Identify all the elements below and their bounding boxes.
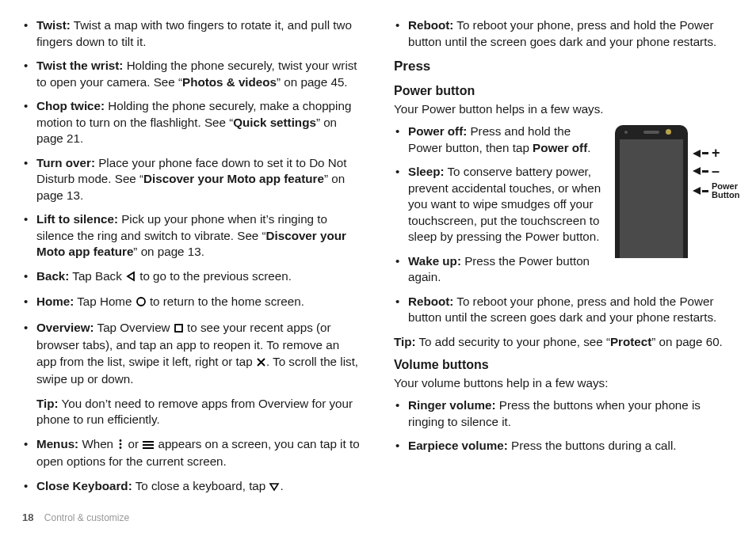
hamburger-icon [142, 438, 155, 454]
term: Home: [36, 295, 74, 308]
close-icon [256, 355, 266, 372]
label-volume-up: + [693, 146, 739, 161]
item-ringer-volume: Ringer volume: Press the buttons when yo… [394, 397, 734, 430]
heading-press: Press [394, 58, 734, 76]
power-list: Power off: Press and hold the Power butt… [394, 124, 624, 286]
left-list-2: Menus: When or appears on a screen, you … [22, 436, 362, 496]
term: Earpiece volume: [408, 439, 508, 452]
item-back: Back: Tap Back to go to the previous scr… [22, 268, 362, 287]
term: Sleep: [408, 165, 445, 178]
item-twist-wrist: Twist the wrist: Holding the phone secur… [22, 58, 362, 90]
term: Reboot: [408, 18, 453, 32]
more-vert-icon [116, 438, 124, 454]
tip-text: You don’t need to remove apps from Overv… [36, 397, 353, 427]
text: To reboot your phone, press and hold the… [408, 18, 716, 48]
phone-labels: + – PowerButton [693, 146, 739, 203]
keyboard-down-icon [269, 480, 280, 496]
svg-point-4 [120, 447, 122, 449]
text: to return to the home screen. [147, 295, 304, 308]
item-power-off: Power off: Press and hold the Power butt… [394, 124, 624, 156]
term: Wake up: [408, 254, 461, 268]
item-turn-over: Turn over: Place your phone face down to… [22, 155, 362, 204]
text: To close a keyboard, tap [132, 479, 269, 492]
text: Press the buttons during a call. [508, 439, 677, 452]
left-column: Twist: Twist a map with two fingers to r… [22, 17, 362, 504]
overview-icon [174, 321, 184, 338]
tip-label: Tip: [394, 335, 416, 348]
term: Reboot: [408, 295, 453, 308]
item-overview: Overview: Tap Overview to see your recen… [22, 320, 362, 388]
term: Twist: [36, 18, 71, 32]
term: Lift to silence: [36, 212, 118, 226]
heading-power-button: Power button [394, 82, 734, 100]
overview-tip: Tip: You don’t need to remove apps from … [22, 396, 362, 428]
back-icon [125, 270, 136, 287]
volume-list: Ringer volume: Press the buttons when yo… [394, 397, 734, 454]
item-earpiece-volume: Earpiece volume: Press the buttons durin… [394, 438, 734, 454]
text: to go to the previous screen. [136, 269, 292, 283]
item-lift-silence: Lift to silence: Pick up your phone when… [22, 211, 362, 260]
text: Tap Home [74, 295, 135, 308]
text: To add security to your phone, see “ [416, 335, 610, 348]
home-icon [136, 295, 147, 312]
page-footer: 18 Control & customize [22, 511, 129, 525]
text: Tap Back [69, 269, 125, 283]
item-twist: Twist: Twist a map with two fingers to r… [22, 17, 362, 50]
text: Tap Overview [94, 321, 174, 334]
phone-figure: + – PowerButton [615, 125, 734, 258]
term: Overview: [36, 321, 94, 334]
text: ” on page 45. [277, 75, 348, 89]
left-list: Twist: Twist a map with two fingers to r… [22, 17, 362, 388]
right-column: Reboot: To reboot your phone, press and … [394, 17, 734, 504]
item-wake-up: Wake up: Press the Power button again. [394, 253, 624, 286]
svg-point-0 [137, 298, 145, 306]
term: Close Keyboard: [36, 479, 132, 492]
volume-lead: Your volume buttons help in a few ways: [394, 375, 734, 392]
item-chop-twice: Chop twice: Holding the phone securely, … [22, 98, 362, 147]
item-home: Home: Tap Home to return to the home scr… [22, 294, 362, 312]
page-number: 18 [22, 511, 33, 523]
text: To reboot your phone, press and hold the… [408, 295, 716, 325]
svg-point-3 [120, 443, 122, 445]
text: . [280, 479, 283, 492]
label-power-button: PowerButton [693, 182, 739, 200]
term: Ringer volume: [408, 398, 496, 412]
label-volume-down: – [693, 164, 739, 179]
ref: Power off [533, 141, 587, 154]
power-block: + – PowerButton Power off: Press and hol… [394, 124, 734, 326]
page: Twist: Twist a map with two fingers to r… [0, 0, 756, 504]
power-list-2: Reboot: To reboot your phone, press and … [394, 294, 734, 326]
phone-illustration [615, 125, 688, 258]
ref: Protect [610, 335, 651, 348]
item-menus: Menus: When or appears on a screen, you … [22, 436, 362, 470]
ref: Photos & videos [182, 75, 277, 89]
tip-label: Tip: [36, 397, 59, 410]
text: Twist a map with two fingers to rotate i… [36, 18, 352, 48]
term: Back: [36, 269, 69, 283]
ref: Discover your Moto app feature [143, 172, 324, 185]
term: Turn over: [36, 156, 95, 169]
term: Twist the wrist: [36, 59, 123, 72]
item-reboot: Reboot: To reboot your phone, press and … [394, 294, 734, 326]
item-sleep: Sleep: To conserve battery power, preven… [394, 164, 624, 245]
term: Power off: [408, 124, 467, 138]
svg-rect-1 [175, 325, 182, 332]
term: Chop twice: [36, 99, 105, 112]
text: ” on page 13. [133, 245, 204, 258]
item-close-keyboard: Close Keyboard: To close a keyboard, tap… [22, 478, 362, 496]
text: . [587, 141, 590, 154]
text: or [124, 437, 142, 450]
item-reboot-top: Reboot: To reboot your phone, press and … [394, 17, 734, 50]
protect-tip: Tip: To add security to your phone, see … [394, 334, 734, 351]
right-top-list: Reboot: To reboot your phone, press and … [394, 17, 734, 50]
svg-point-2 [120, 439, 122, 442]
power-lead: Your Power button helps in a few ways. [394, 101, 734, 118]
heading-volume-buttons: Volume buttons [394, 356, 734, 374]
footer-section: Control & customize [44, 512, 129, 523]
term: Menus: [36, 437, 78, 450]
ref: Quick settings [233, 116, 316, 129]
text: When [78, 437, 116, 450]
text: ” on page 60. [651, 335, 723, 348]
